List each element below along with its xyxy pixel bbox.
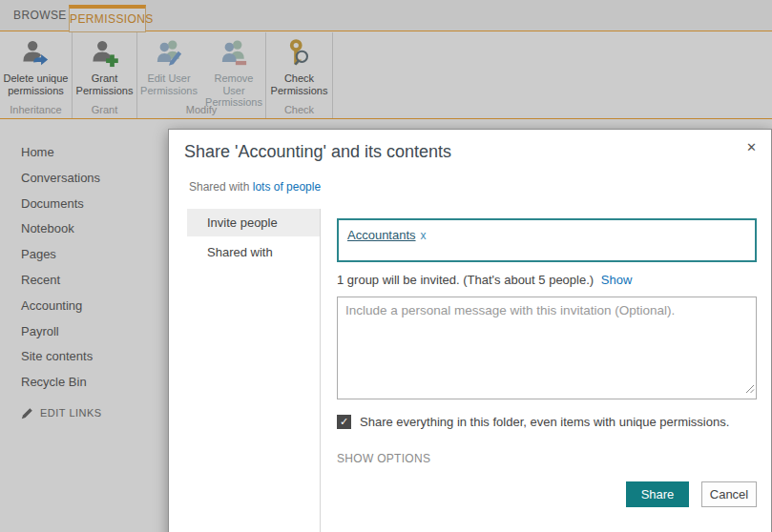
share-button[interactable]: Share [626,481,689,507]
tab-invite-people[interactable]: Invite people [187,209,320,236]
tab-shared-with[interactable]: Shared with [187,238,320,266]
share-dialog: Share 'Accounting' and its contents ✕ Sh… [168,129,772,532]
cancel-button[interactable]: Cancel [701,481,757,507]
invite-summary-text: 1 group will be invited. (That's about 5… [337,273,594,287]
people-picker-input[interactable]: Accountantsx [337,218,757,262]
shared-with-prefix: Shared with [189,180,249,194]
share-everything-checkbox[interactable]: ✓ [337,415,351,429]
close-icon[interactable]: ✕ [746,140,757,154]
share-everything-label: Share everything in this folder, even it… [360,415,729,429]
dialog-buttons: Share Cancel [337,481,757,507]
dialog-content: Accountantsx 1 group will be invited. (T… [337,209,757,507]
share-everything-row: ✓ Share everything in this folder, even … [337,415,757,429]
personal-message-input[interactable] [337,297,757,399]
shared-with-line: Shared with lots of people [189,180,321,194]
dialog-vertical-divider [320,209,321,532]
resize-handle-icon[interactable] [745,380,755,398]
chip-remove-icon[interactable]: x [421,229,427,242]
show-link[interactable]: Show [601,273,633,287]
show-options-toggle[interactable]: SHOW OPTIONS [337,452,757,465]
dialog-tabs: Invite people Shared with [187,209,320,266]
invite-summary: 1 group will be invited. (That's about 5… [337,273,757,287]
shared-with-link[interactable]: lots of people [253,180,321,194]
picker-chip-accountants[interactable]: Accountants [347,228,416,242]
dialog-title: Share 'Accounting' and its contents [184,142,451,162]
